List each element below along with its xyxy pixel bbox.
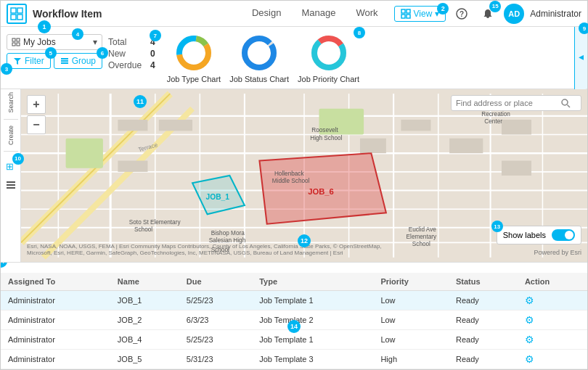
show-labels-text: Show labels <box>503 231 546 239</box>
svg-rect-15 <box>61 60 68 62</box>
show-labels-toggle[interactable] <box>552 229 575 241</box>
left-sidebar: Search Create ⊞ 10 <box>1 89 21 262</box>
job-priority-label: Job Priority Chart <box>298 75 359 83</box>
svg-text:School: School <box>412 242 430 248</box>
svg-rect-12 <box>12 43 15 46</box>
map-controls: + − <box>27 95 46 134</box>
badge-10: 10 <box>12 153 24 165</box>
search-label: Search <box>7 92 15 113</box>
table-row: Administrator JOB_5 5/31/23 Job Template… <box>1 350 587 369</box>
svg-rect-53 <box>66 139 103 168</box>
header: 1 Workflow Item Design Manage Work View … <box>1 1 587 27</box>
svg-rect-61 <box>502 120 531 135</box>
nav-design[interactable]: Design <box>242 1 291 25</box>
cell-assigned-to: Administrator <box>1 350 110 369</box>
nav-manage[interactable]: Manage <box>291 1 346 25</box>
header-nav: Design Manage Work <box>242 1 388 25</box>
svg-rect-27 <box>7 181 15 183</box>
svg-text:School: School <box>134 226 152 233</box>
svg-rect-1 <box>17 8 23 13</box>
cell-type: Job Template 1 <box>252 291 373 311</box>
map-area: JOB_1 JOB_6 Roosevelt High School Hollen… <box>21 89 587 262</box>
job-type-chart: Job Type Chart <box>167 33 221 83</box>
chevron-down-icon: ▾ <box>93 37 97 47</box>
svg-rect-5 <box>407 9 410 13</box>
cell-due: 5/31/23 <box>179 350 252 369</box>
sidebar-divider-1 <box>4 119 18 120</box>
map-search[interactable] <box>451 95 581 111</box>
cell-due: 5/25/23 <box>179 330 252 350</box>
overdue-label: Overdue <box>108 60 144 70</box>
cell-priority: Low <box>373 330 449 350</box>
group-button[interactable]: Group <box>54 53 102 69</box>
cell-action[interactable]: ⚙ <box>518 291 587 311</box>
cell-type: Job Template 2 <box>252 311 373 330</box>
svg-text:Soto St Elementary: Soto St Elementary <box>129 219 181 226</box>
job-status-chart: Job Status Chart <box>229 33 289 83</box>
zoom-out-button[interactable]: − <box>27 115 46 134</box>
svg-point-82 <box>562 99 568 105</box>
right-panel-toggle[interactable]: ▶ 9 <box>574 27 587 89</box>
app-container: 1 Workflow Item Design Manage Work View … <box>0 0 588 370</box>
filter-button[interactable]: Filter <box>7 53 51 69</box>
zoom-in-button[interactable]: + <box>27 95 46 114</box>
svg-text:High School: High School <box>310 135 342 141</box>
col-action: Action <box>518 273 587 291</box>
badge-4: 4 <box>72 28 83 40</box>
action-button[interactable]: ⚙ <box>525 314 534 326</box>
toolbar: 3 My Jobs ▾ 4 Filter 5 <box>1 27 587 89</box>
col-type: Type <box>252 273 373 291</box>
cell-name: JOB_2 <box>110 311 179 330</box>
svg-text:Bishop Mora: Bishop Mora <box>211 230 245 237</box>
cell-type: Job Template 3 <box>252 350 373 369</box>
job-selector[interactable]: My Jobs ▾ <box>7 34 102 50</box>
show-labels-bar: 13 Show labels <box>497 226 581 244</box>
notifications-badge: 15 <box>489 1 501 12</box>
cell-action[interactable]: ⚙ <box>518 311 587 330</box>
view-badge: 2 <box>437 3 449 15</box>
svg-text:?: ? <box>460 10 464 18</box>
col-name: Name <box>110 273 179 291</box>
svg-text:⊞: ⊞ <box>6 161 14 172</box>
map-search-input[interactable] <box>456 99 558 107</box>
toggle-knob <box>565 231 573 239</box>
new-value: 0 <box>150 49 155 59</box>
svg-rect-56 <box>159 120 192 131</box>
svg-rect-58 <box>360 139 386 154</box>
badge-13: 13 <box>491 221 503 232</box>
col-priority: Priority <box>373 273 449 291</box>
svg-line-83 <box>568 105 571 108</box>
action-button[interactable]: ⚙ <box>525 353 534 365</box>
cell-type: Job Template 1 <box>252 330 373 350</box>
action-button[interactable]: ⚙ <box>525 295 534 306</box>
col-due: Due <box>179 273 252 291</box>
badge-9: 9 <box>579 22 588 34</box>
svg-rect-3 <box>17 15 23 20</box>
action-button[interactable]: ⚙ <box>525 334 534 345</box>
badge-14-overlay: 14 <box>287 320 301 333</box>
svg-point-22 <box>245 38 274 67</box>
job-status-label: Job Status Chart <box>229 75 289 83</box>
svg-text:Middle School: Middle School <box>272 178 310 184</box>
badge-6: 6 <box>97 47 108 59</box>
svg-rect-7 <box>407 15 410 18</box>
charts-area: Job Type Chart Job Status Chart <box>167 33 359 83</box>
cell-action[interactable]: ⚙ <box>518 350 587 369</box>
sidebar-layers-icon[interactable] <box>2 176 20 194</box>
svg-text:Elementary: Elementary <box>407 234 437 240</box>
svg-rect-28 <box>7 184 15 186</box>
cell-action[interactable]: ⚙ <box>518 330 587 350</box>
svg-rect-6 <box>401 15 405 18</box>
cell-priority: Low <box>373 291 449 311</box>
stats-box: Total4 New0 Overdue4 <box>108 37 155 70</box>
total-label: Total <box>108 37 144 47</box>
cell-name: JOB_1 <box>110 291 179 311</box>
svg-text:JOB_6: JOB_6 <box>308 187 334 196</box>
nav-work[interactable]: Work <box>346 1 388 25</box>
svg-text:JOB_1: JOB_1 <box>206 193 230 201</box>
svg-rect-55 <box>118 120 147 131</box>
header-right: View ▾ 2 ? 15 AD Administrator <box>394 4 581 24</box>
table-row: Administrator JOB_1 5/25/23 Job Template… <box>1 291 587 311</box>
svg-rect-62 <box>502 160 531 176</box>
help-button[interactable]: ? <box>452 4 472 24</box>
